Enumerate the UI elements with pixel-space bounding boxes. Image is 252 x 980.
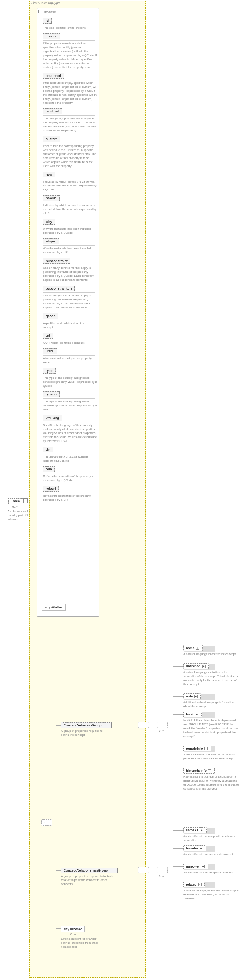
area-expand[interactable]: – bbox=[23, 498, 27, 503]
element-desc: An identifier of a more specific concept… bbox=[183, 870, 240, 874]
attribute-creatoruri: creatoruriIf the attribute is empty, spe… bbox=[43, 73, 97, 105]
divider bbox=[43, 25, 95, 25]
concept-relationships-group: ConceptRelationshipsGroup bbox=[61, 867, 118, 873]
element-desc: Represents the position of a concept in … bbox=[183, 775, 240, 791]
attribute-desc: Why the metadata has been included - exp… bbox=[43, 227, 97, 235]
expand-icon[interactable]: + bbox=[195, 713, 198, 716]
attribute-name: pubconstraint bbox=[43, 258, 70, 264]
attributes-label: attributes bbox=[43, 10, 56, 13]
attributes-toggle[interactable]: – bbox=[38, 10, 42, 13]
type-title: Flex1RolePropType bbox=[31, 1, 60, 5]
element-narrower[interactable]: narrower+ bbox=[183, 864, 208, 869]
expand-icon[interactable]: + bbox=[198, 883, 201, 886]
connector bbox=[56, 870, 61, 871]
attribute-desc: Refines the semantics of the property - … bbox=[43, 494, 97, 502]
element-desc: Additional natural language information … bbox=[183, 700, 240, 708]
attribute-desc: One or many constraints that apply to pu… bbox=[43, 266, 97, 282]
element-desc: An identifier of a more generic concept. bbox=[183, 852, 240, 856]
attribute-desc: Indicates by which means the value was e… bbox=[43, 180, 97, 192]
element-related[interactable]: related+ bbox=[183, 882, 205, 888]
element-label: remoteInfo bbox=[186, 747, 203, 750]
attribute-name: xml:lang bbox=[43, 415, 62, 421]
divider bbox=[43, 226, 95, 226]
attribute-pubconstrainturi: pubconstrainturiOne or many constraints … bbox=[43, 286, 97, 310]
attribute-desc: If the attribute is empty, specifies whi… bbox=[43, 81, 97, 105]
attribute-creator: creatorIf the property value is not defi… bbox=[43, 33, 97, 69]
element-sameAs[interactable]: sameAs+ bbox=[183, 827, 207, 833]
expand-icon[interactable]: + bbox=[200, 847, 203, 850]
attribute-desc: A free-text value assigned as property v… bbox=[43, 356, 97, 364]
divider bbox=[43, 245, 95, 246]
area-label: area bbox=[13, 499, 20, 503]
connector bbox=[173, 771, 183, 771]
attribute-name: literal bbox=[43, 348, 57, 354]
element-desc: A link to an item or a web resource whic… bbox=[183, 752, 240, 760]
any-other-desc: Extension point for provider-defined pro… bbox=[61, 937, 105, 949]
divider bbox=[43, 375, 95, 375]
element-definition[interactable]: definition+ bbox=[183, 663, 209, 669]
attribute-desc: The type of the concept assigned as cont… bbox=[43, 376, 97, 388]
concept-definition-group-desc: A group of properties required to define… bbox=[61, 729, 111, 737]
connector bbox=[173, 830, 183, 830]
divider bbox=[43, 355, 95, 356]
attributes-header: – attributes bbox=[38, 10, 56, 13]
attribute-desc: Indicates by which means the value was e… bbox=[43, 203, 97, 215]
def-choice-compositor bbox=[157, 722, 168, 728]
expand-icon[interactable]: + bbox=[196, 647, 199, 650]
expand-icon[interactable]: + bbox=[202, 665, 206, 668]
element-label: broader bbox=[186, 846, 198, 850]
element-hierarchyInfo[interactable]: hierarchyInfo+ bbox=[183, 768, 215, 773]
element-label: sameAs bbox=[186, 828, 199, 832]
attribute-uri: uriA URI which identifies a concept. bbox=[43, 333, 97, 345]
attribute-name: role bbox=[43, 466, 55, 472]
expand-icon[interactable]: + bbox=[194, 695, 198, 698]
attribute-desc: The local identifier of the property. bbox=[43, 26, 97, 30]
divider bbox=[43, 115, 95, 116]
attribute-name: why bbox=[43, 219, 55, 224]
attribute-name: creatoruri bbox=[43, 73, 64, 79]
attribute-id: idThe local identifier of the property. bbox=[43, 18, 97, 30]
attribute-custom: customIf set to true the corresponding p… bbox=[43, 136, 97, 168]
attribute-name: roleuri bbox=[43, 486, 59, 492]
connector bbox=[56, 725, 61, 725]
area-element: area bbox=[8, 498, 24, 504]
rel-choice-compositor bbox=[157, 867, 168, 873]
element-facet[interactable]: facet+ bbox=[183, 711, 201, 718]
element-note[interactable]: note+ bbox=[183, 694, 201, 699]
attribute-name: typeuri bbox=[43, 391, 59, 397]
attribute-desc: One or many constraints that apply to pu… bbox=[43, 294, 97, 310]
sequence-compositor bbox=[41, 819, 52, 826]
diagram-canvas: area – 0..∞ A subdivision of a country p… bbox=[0, 0, 252, 980]
attribute-name: id bbox=[43, 18, 51, 24]
connector bbox=[173, 866, 183, 867]
attribute-typeuri: typeuriThe type of the concept assigned … bbox=[43, 391, 97, 412]
element-label: related bbox=[186, 883, 197, 886]
connector bbox=[173, 848, 183, 849]
expand-icon[interactable]: + bbox=[204, 747, 208, 750]
expand-icon[interactable]: + bbox=[201, 865, 205, 868]
divider bbox=[43, 40, 95, 41]
expand-icon[interactable]: + bbox=[208, 769, 211, 772]
attribute-name: modified bbox=[43, 108, 62, 114]
attribute-desc: The date (and, optionally, the time) whe… bbox=[43, 116, 97, 132]
expand-icon[interactable]: + bbox=[200, 829, 203, 832]
element-remoteInfo[interactable]: remoteInfo+ bbox=[183, 746, 211, 751]
divider bbox=[43, 320, 95, 320]
attribute-why: whyWhy the metadata has been included - … bbox=[43, 219, 97, 235]
element-desc: A natural language name for the concept. bbox=[183, 652, 240, 656]
attribute-name: qcode bbox=[43, 313, 59, 319]
attribute-literal: literalA free-text value assigned as pro… bbox=[43, 348, 97, 364]
rel-choice-occurrence: 0..∞ bbox=[159, 874, 164, 878]
attribute-whyuri: whyuriWhy the metadata has been included… bbox=[43, 239, 97, 255]
attribute-xml-lang: xml:langSpecifies the language of this p… bbox=[43, 415, 97, 443]
attribute-how: howIndicates by which means the value wa… bbox=[43, 172, 97, 192]
attribute-name: whyuri bbox=[43, 239, 59, 244]
connector bbox=[168, 870, 173, 870]
element-name[interactable]: name+ bbox=[183, 645, 203, 651]
attribute-name: how bbox=[43, 172, 55, 177]
concept-definition-group: ConceptDefinitionGroup bbox=[61, 722, 112, 728]
element-broader[interactable]: broader+ bbox=[183, 845, 206, 851]
attribute-desc: A URI which identifies a concept. bbox=[43, 341, 97, 345]
attribute-name: custom bbox=[43, 136, 60, 142]
connector bbox=[125, 870, 138, 870]
